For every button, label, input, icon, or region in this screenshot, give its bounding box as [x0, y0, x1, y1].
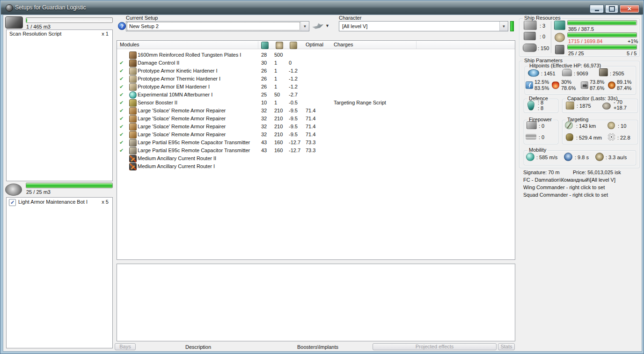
capacitor-delta-icon: [602, 103, 611, 110]
module-cpu: 26: [261, 75, 267, 83]
bays-button[interactable]: Bays: [115, 343, 136, 350]
table-row[interactable]: Medium Ancillary Current Router II: [117, 155, 515, 162]
drone-list[interactable]: Light Armor Maintenance Bot I x 5: [6, 197, 113, 348]
table-row[interactable]: Large 'Solace' Remote Armor Repairer 32 …: [117, 115, 515, 123]
module-charges: Targeting Range Script: [334, 99, 386, 107]
targeting-range-icon: [565, 121, 573, 129]
drone-capacity-text: 25 / 25 m3: [26, 189, 51, 195]
module-icon: [129, 107, 137, 115]
explosive-resist-icon: [608, 81, 615, 89]
table-row[interactable]: Large Partial E95c Remote Capacitor Tran…: [117, 147, 515, 155]
cargo-item-name: Scan Resolution Script: [9, 30, 61, 38]
table-row[interactable]: Prototype Armor Thermic Hardener I 26 1 …: [117, 75, 515, 83]
active-check-icon: [119, 59, 124, 67]
squad-commander-text[interactable]: Squad Commander - right click to set: [523, 192, 608, 198]
module-optimal: 73.3: [306, 139, 315, 147]
powergrid-icon: [555, 33, 565, 42]
maximize-icon: [609, 6, 615, 12]
optimal-column-header[interactable]: Optimal: [306, 41, 323, 49]
wing-commander-text[interactable]: Wing Commander - right click to set: [523, 184, 605, 190]
list-item[interactable]: Scan Resolution Script x 1: [7, 30, 112, 38]
maximize-button[interactable]: [605, 5, 618, 13]
active-check-icon: [119, 115, 124, 123]
current-setup-label: Current Setup: [126, 15, 158, 21]
cargo-list[interactable]: Scan Resolution Script x 1: [6, 30, 113, 181]
cargo-hold-icon: [5, 16, 23, 29]
turret-dps-value: : 0: [539, 123, 544, 129]
tab-boosters-implants[interactable]: Boosters\Implants: [285, 344, 351, 350]
module-pg: 1: [274, 99, 277, 107]
explosive-resist-shield: 89.1%: [617, 79, 631, 85]
list-item[interactable]: Light Armor Maintenance Bot I x 5: [7, 198, 112, 206]
drone-active-checkbox[interactable]: [9, 199, 16, 206]
close-icon: ✕: [627, 6, 632, 12]
tab-description[interactable]: Description: [169, 344, 227, 350]
drone-item-qty: x 5: [102, 198, 109, 206]
module-icon: [129, 91, 137, 99]
projected-effects-button[interactable]: Projected effects: [373, 343, 497, 350]
table-row[interactable]: Large Partial E95c Remote Capacitor Tran…: [117, 139, 515, 147]
module-name: Large Partial E95c Remote Capacitor Tran…: [138, 139, 250, 147]
character-skill-indicator: [510, 21, 514, 31]
stats-button[interactable]: Stats: [498, 343, 515, 350]
table-row[interactable]: Prototype Armor Kinetic Hardener I 26 1 …: [117, 67, 515, 75]
max-targets-value: : 10: [618, 123, 626, 129]
module-icon: [129, 83, 137, 91]
module-cap: -1.2: [289, 75, 298, 83]
titlebar[interactable]: Setups for Guardian Logistic ✕: [1, 1, 643, 15]
table-row[interactable]: 1600mm Reinforced Rolled Tungsten Plates…: [117, 51, 515, 59]
module-cpu: 25: [261, 91, 267, 99]
table-row[interactable]: Large 'Solace' Remote Armor Repairer 32 …: [117, 131, 515, 139]
module-optimal: 73.3: [306, 147, 315, 155]
module-name: Large 'Solace' Remote Armor Repairer: [138, 123, 226, 131]
explosive-resist-armor: 87.4%: [617, 85, 631, 91]
missile-dps-value: : 0: [539, 134, 544, 140]
setup-tools-button[interactable]: ▼: [312, 22, 331, 30]
module-name: Large 'Solace' Remote Armor Repairer: [138, 115, 226, 123]
current-setup-combobox[interactable]: New Setup 2 ▼: [126, 21, 309, 31]
table-row[interactable]: Prototype Armor EM Hardener I 26 1 -1.2: [117, 83, 515, 91]
em-resist-armor: 83.5%: [534, 85, 549, 91]
module-cap: -9.5: [289, 131, 298, 139]
drone-capacity-bar: [26, 183, 113, 188]
module-pg: 1: [274, 59, 277, 67]
table-row[interactable]: Damage Control II 30 1 0: [117, 59, 515, 67]
help-icon[interactable]: ?: [118, 22, 126, 30]
module-name: Sensor Booster II: [138, 99, 177, 107]
character-combobox[interactable]: [All level V] ▼: [339, 21, 508, 31]
column-separator: [416, 41, 417, 49]
modules-header[interactable]: Modules Optimal Charges: [117, 41, 515, 49]
targeting-group: [562, 120, 638, 144]
module-cpu: 26: [261, 67, 267, 75]
minimize-button[interactable]: [590, 5, 604, 13]
capacitor-delta-top: - 70: [614, 99, 622, 105]
dronebay-usage-text: 25 / 25: [568, 51, 584, 56]
dronebay-bar-fill: [568, 45, 637, 49]
table-row[interactable]: Large 'Solace' Remote Armor Repairer 32 …: [117, 123, 515, 131]
drone-bandwidth-icon: [555, 45, 564, 54]
module-icon: [129, 163, 137, 170]
table-row[interactable]: Sensor Booster II 10 1 -0.5 Targeting Ra…: [117, 99, 515, 107]
active-check-icon: [119, 83, 124, 91]
module-optimal: 71.4: [306, 131, 315, 139]
em-resist-icon: [526, 81, 533, 89]
module-pg: 210: [274, 123, 283, 131]
module-cap: -0.5: [289, 99, 298, 107]
description-box[interactable]: [117, 264, 515, 341]
hitpoints-title: Hitpoints (Effective HP: 66,973): [528, 63, 602, 68]
module-icon: [129, 59, 137, 67]
module-name: Large Partial E95c Remote Capacitor Tran…: [138, 147, 250, 155]
drone-bay-icon: [5, 184, 22, 196]
app-icon: [6, 4, 13, 12]
table-row[interactable]: Large 'Solace' Remote Armor Repairer 32 …: [117, 107, 515, 115]
close-button[interactable]: ✕: [620, 5, 639, 13]
charges-column-header[interactable]: Charges: [334, 41, 353, 49]
modules-column-header[interactable]: Modules: [120, 41, 139, 49]
shield-hp-icon: [528, 69, 539, 77]
module-name: Large 'Solace' Remote Armor Repairer: [138, 107, 226, 115]
sensor-strength-value: : 529.4 mm: [576, 135, 602, 140]
table-row[interactable]: Experimental 10MN Afterburner I 25 50 -2…: [117, 91, 515, 99]
table-row[interactable]: Medium Ancillary Current Router I: [117, 162, 515, 170]
thermal-resist-icon: [552, 81, 559, 89]
active-check-icon: [119, 107, 124, 115]
